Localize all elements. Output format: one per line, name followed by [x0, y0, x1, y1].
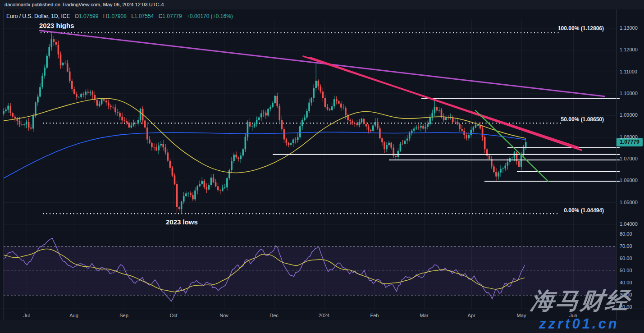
price-axis-label: 1.04000 [620, 221, 638, 227]
time-axis[interactable]: JulAugSepOctNovDec2024FebMarAprMayJun [0, 309, 616, 320]
price-axis-label: 1.10000 [620, 91, 638, 96]
price-axis-label: 1.08000 [620, 134, 638, 140]
rsi-axis-label: 80.00 [620, 231, 632, 237]
price-axis-label: 1.11000 [620, 69, 637, 74]
tradingview-screenshot: dacolmanfx published on TradingView.com,… [0, 0, 644, 333]
ohlc-close-key: C [159, 13, 163, 19]
rsi-axis-label: 50.00 [620, 268, 632, 273]
symbol-header[interactable]: Euro / U.S. Dollar, 1D, ICE O1.07599 H1.… [6, 13, 233, 19]
time-axis-label-feb: Feb [370, 313, 379, 318]
rsi-axis-label: 60.00 [620, 255, 632, 261]
rsi-pane[interactable] [4, 231, 616, 309]
ohlc-open-value: 1.07599 [79, 13, 98, 19]
price-axis-label: 1.13000 [620, 25, 638, 31]
rsi-axis-label: 70.00 [620, 243, 632, 249]
ohlc-close-value: 1.07779 [162, 13, 182, 19]
time-axis-label-sep: Sep [119, 313, 128, 318]
ohlc-low-key: L [131, 13, 134, 19]
time-axis-label-jul: Jul [23, 313, 30, 318]
price-axis-label: 1.05000 [620, 200, 638, 205]
rsi-axis-label: 40.00 [620, 280, 632, 285]
main-chart-pane[interactable] [4, 20, 616, 231]
price-axis-label: 1.07000 [620, 156, 638, 161]
time-axis-label-dec: Dec [269, 313, 279, 318]
change-value: +0.00170 (+0.16%) [187, 13, 233, 19]
watermark-url: zzrt01.cn [539, 316, 619, 332]
time-axis-label-aug: Aug [69, 313, 78, 318]
time-axis-label-may: May [517, 313, 526, 318]
ohlc-high-value: 1.07908 [107, 13, 126, 19]
price-axis[interactable]: 1.07779 1.130001.120001.110001.100001.09… [617, 9, 644, 320]
time-axis-label-mar: Mar [420, 313, 429, 318]
watermark-chinese: 海马财经 [529, 285, 631, 317]
time-axis-label-apr: Apr [467, 313, 475, 318]
symbol-title: Euro / U.S. Dollar, 1D, ICE [6, 13, 70, 19]
time-axis-label-2024: 2024 [319, 313, 329, 318]
time-axis-label-nov: Nov [219, 313, 228, 318]
price-axis-label: 1.06000 [620, 178, 638, 183]
ohlc-open-key: O [75, 13, 79, 19]
ohlc-low-value: 1.07554 [134, 13, 154, 19]
time-axis-label-oct: Oct [169, 313, 177, 318]
price-axis-label: 1.09000 [620, 112, 638, 118]
price-axis-label: 1.12000 [620, 47, 638, 52]
